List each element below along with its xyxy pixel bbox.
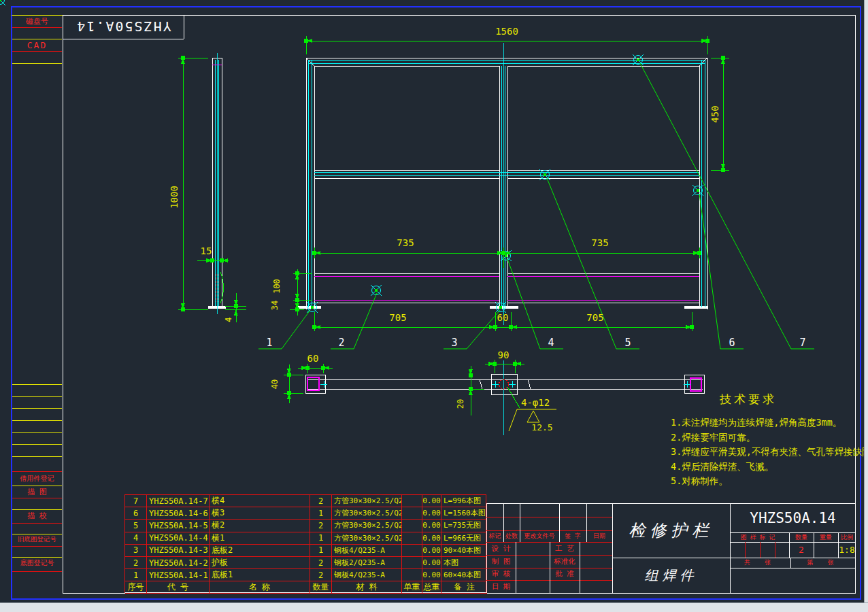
role-date-label: 日 期 (486, 580, 516, 593)
rev-sign-label: 签 字 (559, 530, 586, 542)
title-block: 标记 处数 更改文件号 签 字 日期 设 计 制 图 审 核 日 期 工 艺 标… (486, 503, 856, 593)
part-qty: 2 (310, 569, 332, 581)
part-seq: 2 (125, 557, 147, 569)
title-block-line (760, 542, 761, 558)
rev-docno-label: 更改文件号 (520, 530, 559, 542)
table-header-remark: 备 注 (441, 581, 487, 594)
weight-header: 重量 (814, 532, 838, 542)
sidebar-borrow-label: 借用件登记 (13, 474, 61, 483)
stamp-header: 图样标记 (730, 532, 789, 542)
part-remark: L=1560本图 (441, 507, 487, 520)
part-name: 底板2 (210, 545, 310, 557)
part-remark: L=735无图 (441, 520, 487, 532)
title-block-line (486, 517, 612, 517)
role-approve-label: 批 准 (550, 568, 580, 580)
part-total-weight: 0.00 (422, 532, 441, 545)
part-unit-weight (402, 507, 422, 520)
drawing-number: YHZS50A.14 (730, 503, 856, 532)
part-name: 横2 (210, 520, 310, 532)
horizontal-scrollbar[interactable] (0, 602, 868, 612)
table-header-name: 名 称 (210, 581, 310, 594)
vertical-scrollbar[interactable] (864, 0, 868, 602)
part-code: YHZS50A.14-2 (147, 557, 210, 569)
part-name-title: 检修护栏 (612, 503, 730, 558)
part-unit-weight (402, 495, 422, 507)
table-header-qty: 数量 (310, 581, 332, 594)
table-header-seq: 序号 (125, 581, 147, 594)
part-qty: 1 (310, 532, 332, 545)
part-qty: 2 (310, 557, 332, 569)
sidebar-trace-check-label: 描 校 (13, 511, 61, 520)
scale-header: 比例 (838, 532, 856, 542)
part-qty: 1 (310, 507, 332, 520)
qty-header: 数量 (789, 532, 814, 542)
parts-table: 7 YHZS50A.14-7 横4 2 方管30×30×2.5/Q235-A 0… (124, 494, 486, 593)
part-code: YHZS50A.14-1 (147, 569, 210, 581)
title-block-line (580, 542, 580, 593)
part-code: YHZS50A.14-6 (147, 507, 210, 520)
tech-req-item: 3.焊缝应平滑美观,不得有夹渣、气孔等焊接缺陷。 (671, 445, 868, 460)
rotated-drawing-code: YHZS50A.14 (63, 16, 184, 38)
part-unit-weight (402, 532, 422, 545)
role-check-label: 审 核 (486, 568, 516, 580)
role-standard-label: 标准化 (550, 555, 580, 568)
part-seq: 3 (125, 545, 147, 557)
part-seq: 6 (125, 507, 147, 520)
rev-mark-label: 标记 (486, 530, 503, 542)
title-block-line (730, 568, 856, 568)
role-design-label: 设 计 (486, 542, 516, 555)
part-remark: L=996本图 (441, 495, 487, 507)
part-name: 横1 (210, 532, 310, 545)
part-qty: 2 (310, 495, 332, 507)
part-seq: 4 (125, 532, 147, 545)
tech-req-item: 4.焊后清除焊渣、飞溅。 (671, 460, 868, 475)
table-header-code: 代 号 (147, 581, 210, 594)
tech-req-item: 1.未注焊缝均为连续焊缝,焊角高度3mm。 (671, 415, 868, 430)
technical-requirements: 技术要求 1.未注焊缝均为连续焊缝,焊角高度3mm。 2.焊接要牢固可靠。 3.… (671, 392, 868, 489)
part-total-weight: 0.00 (422, 557, 441, 569)
part-unit-weight (402, 520, 422, 532)
part-remark: 90×40本图 (441, 545, 487, 557)
part-seq: 1 (125, 569, 147, 581)
part-remark: L=966无图 (441, 532, 487, 545)
sheet-number-label: 第 张 (790, 558, 856, 568)
part-material: 方管30×30×2.5/Q235-A (332, 520, 402, 532)
title-block-line (775, 542, 775, 558)
part-name: 底板1 (210, 569, 310, 581)
part-material: 钢板2/Q235-A (332, 557, 402, 569)
table-header-total-weight: 总重 (422, 581, 441, 594)
sidebar-cad-label: CAD (13, 40, 61, 50)
part-material: 方管30×30×2.5/Q235-A (332, 532, 402, 545)
rev-date-label: 日期 (586, 530, 612, 542)
weight-value (814, 542, 838, 558)
sheet-total-label: 共 张 (730, 558, 790, 568)
part-name: 护板 (210, 557, 310, 569)
sidebar-trace-label: 描 图 (13, 487, 61, 496)
cad-window: 1560 450 1000 15 4 735 735 100 34 705 60… (0, 0, 868, 612)
sidebar-base-label: 底图登记号 (13, 558, 61, 568)
part-material: 钢板4/Q235-A (332, 569, 402, 581)
role-draft-label: 制 图 (486, 555, 516, 568)
part-code: YHZS50A.14-7 (147, 495, 210, 507)
part-code: YHZS50A.14-5 (147, 520, 210, 532)
part-code: YHZS50A.14-4 (147, 532, 210, 545)
part-unit-weight (402, 557, 422, 569)
part-total-weight: 0.00 (422, 507, 441, 520)
sidebar-old-base-label: 旧底图登记号 (13, 534, 61, 544)
part-code: YHZS50A.14-3 (147, 545, 210, 557)
part-seq: 7 (125, 495, 147, 507)
table-header-material: 材 料 (332, 581, 402, 594)
scale-value: 1:8 (838, 542, 856, 558)
part-name: 横3 (210, 507, 310, 520)
title-block-line (745, 542, 746, 558)
qty-value: 2 (789, 542, 814, 558)
role-process-label: 工 艺 (550, 542, 580, 555)
part-material: 方管30×30×2.5/Q235-A (332, 507, 402, 520)
sidebar-disk-label: 磁盘号 (13, 17, 61, 26)
part-material: 方管30×30×2.5/Q235-A (332, 495, 402, 507)
tech-req-item: 2.焊接要牢固可靠。 (671, 430, 868, 445)
part-total-weight: 0.00 (422, 545, 441, 557)
part-total-weight: 0.00 (422, 495, 441, 507)
part-qty: 1 (310, 545, 332, 557)
rev-count-label: 处数 (503, 530, 520, 542)
